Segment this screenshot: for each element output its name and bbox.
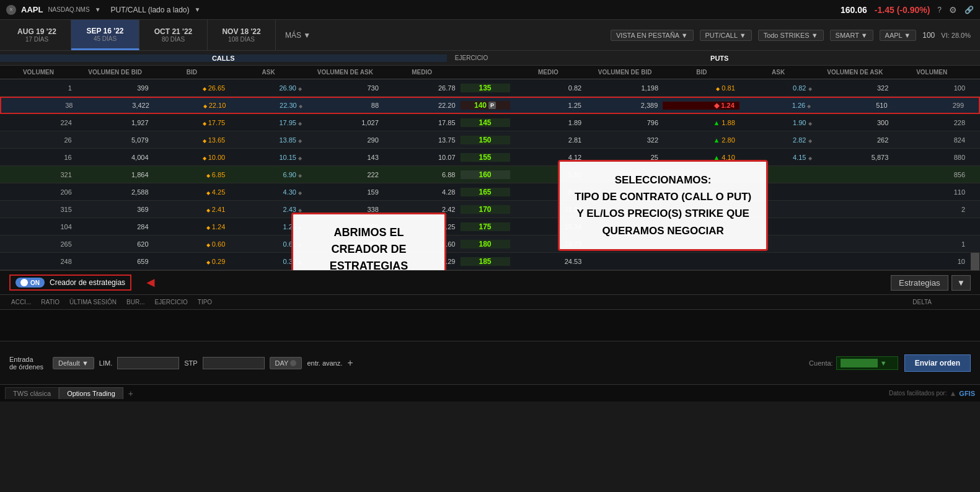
strike-cell[interactable]: 150: [461, 136, 510, 144]
strike-cell[interactable]: 165: [461, 188, 510, 196]
add-button[interactable]: +: [347, 358, 353, 369]
more-tab[interactable]: MÁS ▼: [276, 20, 320, 50]
close-button[interactable]: ×: [6, 5, 16, 15]
strikes-btn[interactable]: Todo STRIKES ▼: [758, 30, 824, 41]
c-vask: 1,027: [307, 119, 384, 126]
exercise-header: EJERCICIO: [447, 55, 497, 61]
strike-cell[interactable]: 140 P: [461, 101, 510, 110]
tab-options-trading[interactable]: Options Trading: [59, 387, 123, 399]
s-col-delta: DELTA: [907, 299, 937, 305]
p-bid: ▲ 2.80: [663, 136, 740, 144]
strategy-rows-area: [0, 310, 980, 341]
tab-tws-clasica[interactable]: TWS clásica: [5, 387, 59, 399]
c-mid: 17.85: [384, 119, 461, 126]
date-tab-nov[interactable]: NOV 18 '22 108 DÍAS: [208, 20, 276, 50]
table-row[interactable]: 315 369 ◆ 2.41 2.43 ◆ 338 2.42 170 11.54…: [0, 201, 980, 218]
c-bid: ◆ 17.75: [154, 119, 231, 126]
p-vol: 228: [893, 119, 970, 126]
top-bar-left: × AAPL NASDAQ.NMS ▼ PUT/CALL (lado a lad…: [6, 5, 841, 15]
estrategias-dropdown[interactable]: ▼: [951, 275, 971, 291]
table-row[interactable]: 26 5,079 ◆ 13.65 13.85 ◆ 290 13.75 150 2…: [0, 131, 980, 149]
order-entry: Entrada de órdenes Default ▼ LIM. STP DA…: [0, 341, 980, 384]
c-vbid: 3,422: [77, 102, 154, 109]
date-tab-oct[interactable]: OCT 21 '22 80 DÍAS: [139, 20, 208, 50]
date-tab-aug[interactable]: AUG 19 '22 17 DÍAS: [3, 20, 71, 50]
table-row[interactable]: 104 284 ◆ 1.24 1.25 ◆ 270 1.25 175 15.34: [0, 218, 980, 235]
c-vbid: 369: [77, 206, 154, 213]
c-vol: 321: [0, 171, 77, 178]
p-mid: 1.25: [510, 102, 586, 109]
call-bid-header: BID: [154, 68, 231, 77]
default-btn[interactable]: Default ▼: [53, 357, 94, 369]
putcall-btn[interactable]: PUT/CALL ▼: [700, 30, 752, 41]
c-vol: 16: [0, 154, 77, 161]
c-bid: ◆ 22.10: [154, 102, 231, 109]
day-toggle-dot: [290, 360, 296, 366]
strategy-builder-label: Creador de estrategias: [50, 278, 125, 287]
estrategias-group: Estrategias ▼: [891, 275, 971, 291]
strike-cell[interactable]: 145: [461, 118, 510, 127]
lim-input[interactable]: [117, 357, 179, 369]
table-row[interactable]: 265 620 ◆ 0.60 0.61 ◆ 488 0.60 180 19.73…: [0, 235, 980, 253]
add-tab-button[interactable]: +: [123, 387, 138, 400]
p-vol: 1: [893, 240, 970, 248]
symbol-dropdown-arrow[interactable]: ▼: [95, 6, 101, 13]
link-icon[interactable]: 🔗: [965, 6, 974, 14]
c-ask: 2.43 ◆: [230, 206, 307, 213]
annotation-select-contract: SELECCIONAMOS: TIPO DE CONTRATO (CALL O …: [558, 160, 768, 251]
table-row[interactable]: 224 1,927 ◆ 17.75 17.95 ◆ 1,027 17.85 14…: [0, 114, 980, 131]
strike-cell[interactable]: 155: [461, 153, 510, 162]
p-ask: 2.82 ◆: [740, 136, 817, 144]
strike-cell[interactable]: 170: [461, 205, 510, 214]
table-row[interactable]: 321 1,864 ◆ 6.85 6.90 ◆ 222 6.88 160 5.9…: [0, 166, 980, 183]
c-mid: 2.42: [384, 206, 461, 213]
aapl-btn[interactable]: AAPL ▼: [880, 30, 917, 41]
day-btn[interactable]: DAY: [270, 357, 302, 369]
strike-cell[interactable]: 160: [461, 170, 510, 179]
table-row[interactable]: 16 4,004 ◆ 10.00 10.15 ◆ 143 10.07 155 4…: [0, 149, 980, 166]
strike-cell[interactable]: 175: [461, 222, 510, 231]
p-bid: ▲ 1.88: [663, 119, 740, 126]
table-row[interactable]: 248 659 ◆ 0.29 0.30 ◆ 854 0.29 185 24.53…: [0, 253, 980, 270]
stp-input[interactable]: [203, 357, 265, 369]
date-tab-sep[interactable]: SEP 16 '22 45 DÍAS: [71, 20, 139, 50]
c-bid: ◆ 0.29: [154, 258, 231, 265]
p-badge: P: [488, 102, 496, 109]
c-vol: 1: [0, 84, 77, 92]
aapl-number: 100: [922, 31, 935, 40]
c-bid: ◆ 6.85: [154, 171, 231, 178]
vista-btn[interactable]: VISTA EN PESTAÑA ▼: [611, 30, 694, 41]
call-mid-header: MEDIO: [384, 68, 461, 77]
estrategias-button[interactable]: Estrategias: [891, 275, 948, 291]
table-row[interactable]: 38 3,422 ◆ 22.10 22.30 ◆ 88 22.20 140 P …: [0, 97, 980, 114]
strike-cell[interactable]: 180: [461, 240, 510, 248]
cuenta-row: Cuenta: ▼: [809, 356, 898, 370]
smart-btn[interactable]: SMART ▼: [830, 30, 873, 41]
date-tabs: AUG 19 '22 17 DÍAS SEP 16 '22 45 DÍAS OC…: [0, 20, 980, 51]
c-vask: 143: [307, 154, 384, 161]
mode-dropdown-arrow[interactable]: ▼: [194, 6, 200, 13]
c-vbid: 659: [77, 258, 154, 265]
strike-cell[interactable]: 135: [461, 84, 510, 92]
send-order-button[interactable]: Enviar orden: [904, 354, 971, 372]
c-ask: 6.90 ◆: [230, 171, 307, 178]
table-row[interactable]: 1 399 ◆ 26.65 26.90 ◆ 730 26.78 135 0.82…: [0, 79, 980, 97]
table-row[interactable]: 206 2,588 ◆ 4.25 4.30 ◆ 159 4.28 165 8.3…: [0, 183, 980, 201]
price-change: -1.45 (-0.90%): [875, 5, 930, 15]
help-icon[interactable]: ?: [937, 6, 942, 14]
top-bar-right: 160.06 -1.45 (-0.90%) ? ⚙ 🔗: [841, 5, 974, 15]
strategy-builder-toggle[interactable]: ON Creador de estrategias: [9, 275, 131, 291]
c-bid: ◆ 4.25: [154, 188, 231, 196]
p-bid: ◆ 0.81: [663, 84, 740, 92]
c-ask: 26.90 ◆: [230, 84, 307, 92]
top-bar: × AAPL NASDAQ.NMS ▼ PUT/CALL (lado a lad…: [0, 0, 980, 20]
cuenta-input[interactable]: ▼: [836, 356, 898, 370]
c-vbid: 399: [77, 84, 154, 92]
call-vol-header: VOLUMEN: [0, 68, 77, 77]
bottom-bar: TWS clásica Options Trading + Datos faci…: [0, 384, 980, 402]
mode-label: PUT/CALL (lado a lado): [111, 6, 190, 14]
strike-cell[interactable]: 185: [461, 257, 510, 266]
settings-icon[interactable]: ⚙: [949, 5, 957, 15]
red-arrow-icon: ◄: [144, 275, 157, 291]
c-vask: 88: [307, 102, 384, 109]
